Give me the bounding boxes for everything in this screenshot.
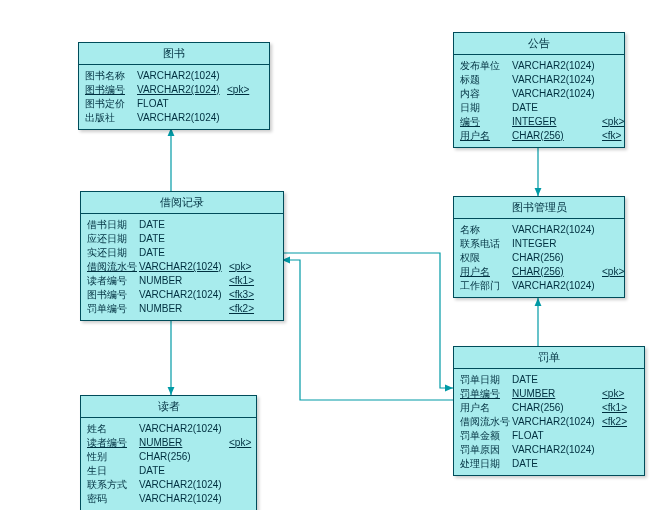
entity-admin: 图书管理员 名称VARCHAR2(1024)联系电话INTEGER权限CHAR(… <box>453 196 625 298</box>
column-type: VARCHAR2(1024) <box>512 443 602 457</box>
entity-row: 密码VARCHAR2(1024) <box>87 492 250 506</box>
entity-row: 名称VARCHAR2(1024) <box>460 223 618 237</box>
column-type: INTEGER <box>512 237 602 251</box>
entity-row: 处理日期DATE <box>460 457 638 471</box>
column-type: CHAR(256) <box>512 401 602 415</box>
entity-title: 图书 <box>79 43 269 65</box>
entity-body-admin: 名称VARCHAR2(1024)联系电话INTEGER权限CHAR(256)用户… <box>454 219 624 297</box>
column-type: CHAR(256) <box>139 450 229 464</box>
column-type: DATE <box>139 232 229 246</box>
column-name: 标题 <box>460 73 512 87</box>
column-name: 名称 <box>460 223 512 237</box>
column-tag: <fk2> <box>229 302 254 316</box>
column-name: 内容 <box>460 87 512 101</box>
column-type: VARCHAR2(1024) <box>512 59 602 73</box>
column-type: VARCHAR2(1024) <box>139 260 229 274</box>
column-tag: <pk> <box>227 83 249 97</box>
entity-title: 图书管理员 <box>454 197 624 219</box>
column-tag: <pk> <box>602 265 624 279</box>
entity-row: 工作部门VARCHAR2(1024) <box>460 279 618 293</box>
entity-title: 公告 <box>454 33 624 55</box>
column-name: 图书编号 <box>87 288 139 302</box>
column-type: NUMBER <box>139 436 229 450</box>
entity-row: 图书编号VARCHAR2(1024)<fk3> <box>87 288 277 302</box>
column-tag: <fk1> <box>602 401 627 415</box>
entity-row: 罚单日期DATE <box>460 373 638 387</box>
column-tag: <fk> <box>602 129 621 143</box>
column-type: VARCHAR2(1024) <box>512 223 602 237</box>
column-tag: <fk3> <box>229 288 254 302</box>
column-name: 借阅流水号 <box>87 260 139 274</box>
column-name: 处理日期 <box>460 457 512 471</box>
entity-body-book: 图书名称VARCHAR2(1024)图书编号VARCHAR2(1024)<pk>… <box>79 65 269 129</box>
column-type: DATE <box>512 101 602 115</box>
entity-body-penalty: 罚单日期DATE罚单编号NUMBER<pk>用户名CHAR(256)<fk1>借… <box>454 369 644 475</box>
column-type: FLOAT <box>137 97 227 111</box>
column-type: NUMBER <box>139 302 229 316</box>
column-type: CHAR(256) <box>512 251 602 265</box>
entity-title: 读者 <box>81 396 256 418</box>
column-type: VARCHAR2(1024) <box>139 478 229 492</box>
entity-row: 用户名CHAR(256)<fk> <box>460 129 618 143</box>
entity-row: 借书日期DATE <box>87 218 277 232</box>
column-name: 借书日期 <box>87 218 139 232</box>
entity-notice: 公告 发布单位VARCHAR2(1024)标题VARCHAR2(1024)内容V… <box>453 32 625 148</box>
column-tag: <pk> <box>229 436 251 450</box>
column-name: 工作部门 <box>460 279 512 293</box>
entity-penalty: 罚单 罚单日期DATE罚单编号NUMBER<pk>用户名CHAR(256)<fk… <box>453 346 645 476</box>
column-name: 借阅流水号 <box>460 415 512 429</box>
entity-row: 日期DATE <box>460 101 618 115</box>
entity-title: 借阅记录 <box>81 192 283 214</box>
column-tag: <pk> <box>229 260 251 274</box>
entity-row: 发布单位VARCHAR2(1024) <box>460 59 618 73</box>
entity-row: 罚单编号NUMBER<pk> <box>460 387 638 401</box>
column-name: 图书编号 <box>85 83 137 97</box>
entity-book: 图书 图书名称VARCHAR2(1024)图书编号VARCHAR2(1024)<… <box>78 42 270 130</box>
entity-row: 借阅流水号VARCHAR2(1024)<pk> <box>87 260 277 274</box>
column-tag: <pk> <box>602 387 624 401</box>
column-type: DATE <box>512 457 602 471</box>
column-type: VARCHAR2(1024) <box>139 288 229 302</box>
column-type: DATE <box>139 464 229 478</box>
entity-row: 图书编号VARCHAR2(1024)<pk> <box>85 83 263 97</box>
entity-row: 读者编号NUMBER<pk> <box>87 436 250 450</box>
column-name: 读者编号 <box>87 436 139 450</box>
column-tag: <pk> <box>602 115 624 129</box>
column-name: 罚单原因 <box>460 443 512 457</box>
entity-row: 罚单编号NUMBER<fk2> <box>87 302 277 316</box>
entity-row: 性别CHAR(256) <box>87 450 250 464</box>
column-name: 性别 <box>87 450 139 464</box>
column-name: 罚单编号 <box>87 302 139 316</box>
entity-row: 读者编号NUMBER<fk1> <box>87 274 277 288</box>
column-name: 密码 <box>87 492 139 506</box>
column-type: VARCHAR2(1024) <box>512 73 602 87</box>
entity-title: 罚单 <box>454 347 644 369</box>
entity-row: 权限CHAR(256) <box>460 251 618 265</box>
entity-row: 联系方式VARCHAR2(1024) <box>87 478 250 492</box>
entity-reader: 读者 姓名VARCHAR2(1024)读者编号NUMBER<pk>性别CHAR(… <box>80 395 257 510</box>
column-name: 应还日期 <box>87 232 139 246</box>
column-name: 编号 <box>460 115 512 129</box>
entity-row: 图书定价FLOAT <box>85 97 263 111</box>
column-name: 图书名称 <box>85 69 137 83</box>
entity-row: 借阅流水号VARCHAR2(1024)<fk2> <box>460 415 638 429</box>
column-type: VARCHAR2(1024) <box>137 69 227 83</box>
column-type: VARCHAR2(1024) <box>137 83 227 97</box>
column-name: 罚单编号 <box>460 387 512 401</box>
entity-row: 生日DATE <box>87 464 250 478</box>
entity-row: 罚单金额FLOAT <box>460 429 638 443</box>
column-name: 姓名 <box>87 422 139 436</box>
column-type: NUMBER <box>512 387 602 401</box>
entity-row: 用户名CHAR(256)<pk> <box>460 265 618 279</box>
column-type: VARCHAR2(1024) <box>512 87 602 101</box>
column-name: 联系电话 <box>460 237 512 251</box>
entity-row: 出版社VARCHAR2(1024) <box>85 111 263 125</box>
entity-row: 内容VARCHAR2(1024) <box>460 87 618 101</box>
column-type: VARCHAR2(1024) <box>512 279 602 293</box>
column-name: 用户名 <box>460 401 512 415</box>
entity-row: 应还日期DATE <box>87 232 277 246</box>
column-type: INTEGER <box>512 115 602 129</box>
column-name: 罚单金额 <box>460 429 512 443</box>
column-name: 联系方式 <box>87 478 139 492</box>
entity-row: 用户名CHAR(256)<fk1> <box>460 401 638 415</box>
